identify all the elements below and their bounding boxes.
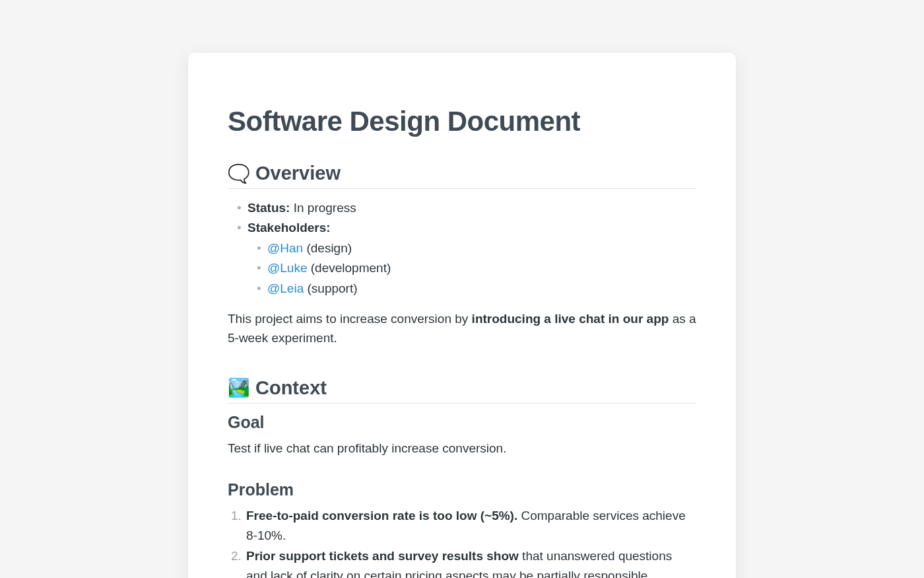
summary-pre: This project aims to increase conversion… [228,312,472,326]
overview-list: Status: In progress Stakeholders: @Han (… [228,198,696,299]
problem-bold: Prior support tickets and survey results… [246,549,519,563]
mention-link[interactable]: @Luke [267,261,308,275]
mountain-scene-icon: 🏞️ [228,377,250,398]
overview-heading-text: Overview [255,163,341,184]
document-title: Software Design Document [228,106,696,137]
problem-heading: Problem [228,480,696,499]
section-heading-overview: 🗨️ Overview [228,163,696,189]
problem-item: Prior support tickets and survey results… [245,546,696,578]
stakeholder-role: (support) [308,281,358,295]
stakeholders-item: Stakeholders: @Han (design) @Luke (devel… [237,218,696,299]
stakeholder-item: @Han (design) [257,238,696,258]
speech-balloon-icon: 🗨️ [228,163,250,184]
stakeholders-list: @Han (design) @Luke (development) @Leia … [248,238,696,299]
status-value: In progress [294,201,356,215]
summary-bold: introducing a live chat in our app [472,312,669,326]
mention-link[interactable]: @Han [267,241,303,255]
section-heading-context: 🏞️ Context [228,377,696,404]
goal-heading: Goal [228,413,696,432]
stakeholders-label: Stakeholders: [248,221,331,235]
status-item: Status: In progress [237,198,696,218]
document-card: Software Design Document 🗨️ Overview Sta… [188,53,736,578]
problem-item: Free-to-paid conversion rate is too low … [245,506,696,545]
stakeholder-role: (design) [306,241,352,255]
context-heading-text: Context [255,377,327,399]
mention-link[interactable]: @Leia [267,281,304,295]
problem-list: Free-to-paid conversion rate is too low … [228,506,696,578]
stakeholder-role: (development) [311,261,391,275]
stakeholder-item: @Luke (development) [257,258,696,278]
stakeholder-item: @Leia (support) [257,279,696,299]
status-label: Status: [248,201,290,215]
problem-bold: Free-to-paid conversion rate is too low … [246,509,517,523]
goal-text: Test if live chat can profitably increas… [228,439,696,458]
overview-summary: This project aims to increase conversion… [228,309,696,348]
